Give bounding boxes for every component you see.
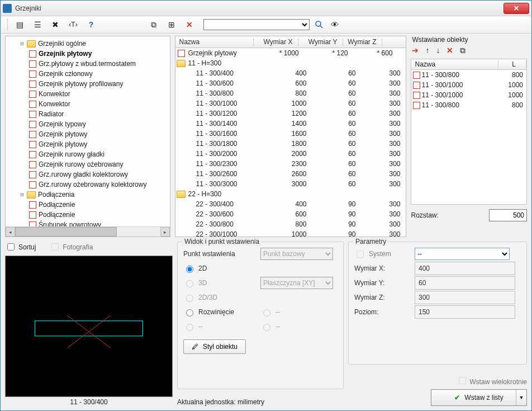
grid-row[interactable]: Grzejnik płytowy* 1000* 120* 600 (175, 48, 406, 58)
tree-item[interactable]: Śrubunek powrotowy (9, 220, 168, 226)
copy-small-icon[interactable]: ⧉ (460, 46, 466, 55)
params-legend: Parametry (353, 238, 388, 245)
grid-row[interactable]: 11 - 300/1600160060300 (175, 129, 406, 139)
col-x-header[interactable]: Wymiar X (254, 38, 298, 46)
tree-hscroll[interactable]: ◂▸ (6, 226, 170, 237)
grid-row[interactable]: 11 - 300/2000200060300 (175, 149, 406, 159)
col-z-header[interactable]: Wymiar Z (343, 38, 382, 46)
wz-label: Wymiar Z: (354, 294, 410, 301)
insert-list-row[interactable]: 11 - 300/10001000 (411, 80, 526, 90)
grid-folder-row[interactable]: 22 - H=300 (175, 189, 406, 199)
grid-row[interactable]: 11 - 300/40040060300 (175, 68, 406, 78)
tree-item[interactable]: Podłączenie (9, 200, 168, 210)
check-icon: ✔ (454, 394, 460, 401)
insert-button[interactable]: ✔ Wstaw z listy ▼ (431, 389, 527, 406)
radio-dash-3 (263, 324, 270, 331)
col-y-header[interactable]: Wymiar Y (298, 38, 343, 46)
copy-icon[interactable]: ⧉ (148, 18, 160, 31)
insert-col-name[interactable]: Nazwa (411, 60, 498, 68)
col-name-header[interactable]: Nazwa (175, 38, 254, 46)
search-input[interactable] (203, 19, 310, 30)
toolbar: ▤ ☰ ✖ ‹T› ? ⧉ ⊞ ✕ 👁 (1, 16, 531, 34)
insert-list-row[interactable]: 11 - 300/800800 (411, 100, 526, 110)
label-rozw: Rozwinięcie (198, 308, 234, 316)
system-label: System (369, 250, 391, 258)
grid-row[interactable]: 11 - 300/1400140060300 (175, 119, 406, 129)
grid-row[interactable]: 11 - 300/60060060300 (175, 78, 406, 88)
grid-row[interactable]: 11 - 300/2300230060300 (175, 159, 406, 169)
tree-item[interactable]: Grz.rurowy ożebrowany kolektorowy (9, 179, 168, 190)
tree-item[interactable]: Konwektor (9, 89, 168, 99)
tree-item[interactable]: Grz.płytowy z wbud.termostatem (9, 59, 168, 69)
grid-row[interactable]: 22 - 300/80080090300 (175, 219, 406, 229)
grid-folder-row[interactable]: 11 - H=300 (175, 58, 406, 68)
radio-rozw[interactable] (186, 309, 193, 316)
delete-icon[interactable]: ✕ (183, 18, 196, 31)
grid-icon[interactable]: ⊞ (165, 18, 178, 31)
radio-3d (186, 280, 193, 287)
tree-item[interactable]: Konwektor (9, 99, 168, 109)
properties-icon[interactable]: ▤ (13, 18, 26, 31)
rozstaw-input[interactable] (489, 209, 527, 221)
insert-dropdown-caret[interactable]: ▼ (516, 390, 526, 405)
object-icon (29, 91, 36, 98)
poziom-label: Poziom: (354, 308, 410, 316)
label-3d: 3D (198, 279, 207, 287)
tree-item[interactable]: Grzejnik płytowy (9, 129, 168, 139)
tree-item[interactable]: Grzejnik płytowy (9, 49, 168, 59)
radio-2d[interactable] (186, 266, 193, 273)
tree-item[interactable]: Podłączenie (9, 210, 168, 220)
grid-row[interactable]: 11 - 300/3000300060300 (175, 179, 406, 189)
insert-list-row[interactable]: 11 - 300/10001000 (411, 90, 526, 100)
grid-row[interactable]: 11 - 300/1200120060300 (175, 108, 406, 119)
search-icon[interactable] (313, 18, 325, 31)
object-icon (29, 221, 36, 227)
object-icon (29, 60, 36, 68)
tree-item[interactable]: Grzejnik płytowy (9, 139, 168, 149)
help-icon[interactable]: ? (85, 18, 97, 31)
tree-item[interactable]: Radiator (9, 109, 168, 119)
tree-folder[interactable]: ⊟Grzejniki ogólne (9, 39, 168, 49)
arrow-up-icon[interactable]: ↑ (425, 46, 429, 55)
window-title: Grzejniki (15, 4, 504, 12)
insert-objects-panel: Wstawiane obiekty ➔ ↑ ↓ ✕ ⧉ Nazwa L 11 -… (411, 36, 527, 237)
object-icon (178, 50, 185, 57)
insert-list-row[interactable]: 11 - 300/800800 (411, 70, 526, 80)
tree-item[interactable]: Grzejnik rurowy gładki (9, 149, 168, 159)
object-icon (29, 211, 36, 219)
object-icon (29, 81, 36, 88)
binoculars-icon[interactable]: 👁 (329, 18, 341, 31)
close-button[interactable]: ✕ (504, 3, 529, 14)
remove-icon[interactable]: ✕ (446, 46, 453, 55)
grid-row[interactable]: 11 - 300/1800180060300 (175, 139, 406, 149)
object-icon (29, 131, 36, 138)
app-icon (3, 4, 12, 13)
grid-row[interactable]: 22 - 300/1000100090300 (175, 229, 406, 237)
arrow-down-icon[interactable]: ↓ (436, 46, 440, 55)
grid-row[interactable]: 22 - 300/40040090300 (175, 199, 406, 209)
grid-row[interactable]: 22 - 300/60060090300 (175, 209, 406, 219)
tools-icon[interactable]: ✖ (49, 18, 61, 31)
tree-item[interactable]: Grz.rurowy gładki kolektorowy (9, 169, 168, 179)
tree-item[interactable]: Grzejnik płytowy profilowany (9, 79, 168, 89)
label-2d: 2D (198, 264, 207, 272)
insert-col-l[interactable]: L (498, 60, 526, 68)
style-button[interactable]: 🖉 Styl obiektu (183, 339, 246, 354)
text-icon[interactable]: ‹T› (67, 18, 79, 31)
grid-row[interactable]: 11 - 300/1000100060300 (175, 98, 406, 108)
dimensions-grid: Nazwa Wymiar X Wymiar Y Wymiar Z Grzejni… (175, 36, 406, 237)
tree-item[interactable]: Grzejnik typowy (9, 119, 168, 129)
grid-row[interactable]: 11 - 300/80080060300 (175, 88, 406, 98)
tree-item[interactable]: Grzejnik członowy (9, 69, 168, 79)
arrow-right-icon[interactable]: ➔ (412, 46, 419, 55)
folder-icon (177, 60, 186, 67)
svg-rect-2 (35, 321, 142, 336)
object-icon (29, 161, 36, 168)
object-icon (413, 102, 420, 109)
sort-checkbox[interactable]: Sortuj (5, 242, 36, 252)
system-select[interactable]: -- (415, 248, 510, 260)
tree-folder[interactable]: ⊟Podłączenia (9, 190, 168, 200)
tree-item[interactable]: Grzejnik rurowy ożebrowany (9, 159, 168, 169)
grid-row[interactable]: 11 - 300/2600260060300 (175, 169, 406, 179)
list-icon[interactable]: ☰ (31, 18, 44, 31)
